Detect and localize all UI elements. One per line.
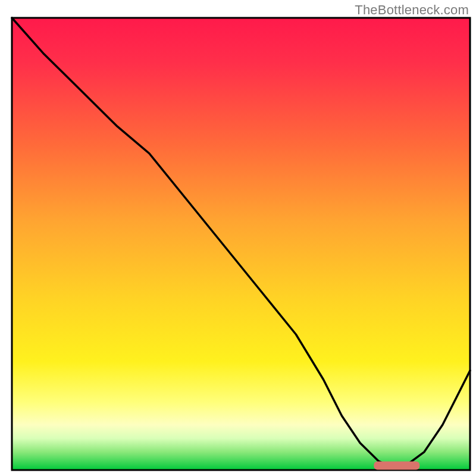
plot-area	[12, 18, 470, 470]
gradient-background	[12, 18, 470, 470]
bottleneck-chart	[0, 0, 476, 476]
watermark-text: TheBottleneck.com	[355, 2, 469, 18]
optimal-range-marker	[374, 461, 419, 469]
